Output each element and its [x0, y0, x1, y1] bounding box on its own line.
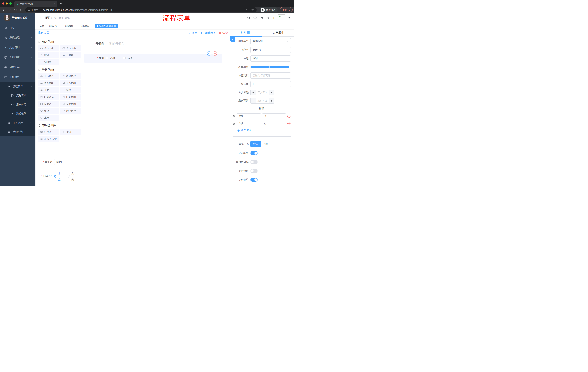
sidebar-item-home[interactable]: 首页 — [0, 23, 35, 33]
label-width-input[interactable] — [250, 73, 291, 79]
copy-component-button[interactable] — [207, 51, 211, 55]
tag-item[interactable]: 流程定义 — [47, 24, 62, 28]
bookmark-star-icon[interactable] — [251, 9, 254, 11]
gender-option-2-checkbox[interactable]: 选项二 — [123, 56, 135, 60]
sidebar-item-process-form[interactable]: 流程表单 — [0, 91, 35, 100]
status-off-radio[interactable]: 关闭 — [68, 170, 76, 182]
palette-item[interactable]: 级联选择 — [60, 73, 81, 79]
browser-menu-dots-icon[interactable] — [288, 9, 291, 11]
form-name-input[interactable] — [54, 159, 80, 165]
palette-item[interactable]: 下拉选择 — [38, 73, 59, 79]
view-json-button[interactable]: 查看json — [201, 31, 215, 35]
palette-item[interactable]: 单选框组 — [38, 80, 59, 86]
save-button[interactable]: 保存 — [188, 31, 197, 35]
form-grid-slider[interactable] — [250, 64, 291, 70]
home-button[interactable] — [19, 8, 24, 12]
palette-item[interactable]: 评分 — [38, 108, 59, 114]
stepper-decrease-button[interactable] — [251, 98, 256, 103]
palette-item[interactable]: 颜色选择 — [60, 108, 81, 114]
palette-item[interactable]: 时间选择 — [38, 94, 59, 100]
window-controls[interactable] — [0, 2, 14, 5]
sidebar-item-devtools[interactable]: 研发工具 — [0, 62, 35, 72]
tag-close-icon[interactable] — [114, 25, 116, 27]
update-browser-button[interactable]: 更新 — [280, 7, 293, 12]
panel-link-toggle[interactable] — [230, 37, 235, 42]
zoom-window-button[interactable] — [10, 2, 12, 5]
fullscreen-icon[interactable] — [266, 16, 269, 20]
sidebar-item-payment[interactable]: ¥支付管理 — [0, 43, 35, 53]
tag-item[interactable]: 首页 — [38, 24, 46, 28]
forward-button[interactable] — [7, 8, 12, 12]
tag-close-icon[interactable] — [58, 25, 60, 27]
option-value-input[interactable] — [262, 113, 286, 119]
field-name-input[interactable] — [250, 47, 291, 53]
sidebar-item-task-mgmt[interactable]: 任务管理 — [0, 118, 35, 128]
user-avatar-broken-image[interactable] — [278, 14, 285, 21]
font-size-icon[interactable]: tT — [272, 16, 275, 20]
option-label-input[interactable] — [237, 113, 261, 119]
github-icon[interactable] — [253, 16, 257, 20]
palette-item[interactable]: 时间范围 — [60, 94, 81, 100]
sidebar-item-leave-query[interactable]: 请假查询 — [0, 128, 35, 137]
clear-button[interactable]: 清空 — [219, 31, 228, 35]
stepper-decrease-button[interactable] — [251, 90, 256, 95]
palette-item[interactable]: 编辑器 — [38, 59, 59, 65]
tab-close-icon[interactable] — [53, 3, 56, 5]
style-button-button[interactable]: 按钮 — [261, 141, 271, 147]
required-switch[interactable] — [250, 178, 258, 182]
remove-option-button[interactable] — [287, 115, 291, 118]
palette-item[interactable]: 表格[开发中] — [38, 136, 59, 142]
status-on-radio[interactable]: 开启 — [54, 170, 62, 182]
canvas-field-phone[interactable]: *手机号 请输入手机号 — [84, 40, 228, 47]
tab-component-props[interactable]: 组件属性 — [230, 29, 262, 36]
sidebar-item-process-mgmt[interactable]: 流程管理 — [0, 82, 35, 91]
stepper-increase-button[interactable] — [269, 90, 274, 95]
remove-option-button[interactable] — [287, 122, 291, 125]
tab-form-props[interactable]: 表单属性 — [262, 29, 294, 36]
sidebar-item-system[interactable]: 系统管理 — [0, 33, 35, 43]
sidebar-collapse-icon[interactable] — [38, 16, 42, 20]
address-bar[interactable]: 不安全 dashboard.yudao.iocoder.cn/bpm/manag… — [25, 7, 257, 12]
palette-item[interactable]: 123计数器 — [60, 52, 81, 58]
palette-item[interactable]: 日期范围 — [60, 101, 81, 107]
slider-handle[interactable] — [288, 66, 291, 68]
browser-tab[interactable]: 芋道管理系统 — [14, 1, 57, 7]
phone-field-input[interactable]: 请输入手机号 — [106, 40, 220, 47]
palette-item[interactable]: 上传 — [38, 115, 59, 121]
stepper-increase-button[interactable] — [269, 98, 274, 103]
back-button[interactable] — [1, 8, 6, 12]
drag-handle-icon[interactable] — [232, 115, 236, 118]
palette-item[interactable]: 行容器 — [38, 129, 59, 135]
min-select-stepper[interactable]: 至少应选 — [250, 90, 274, 95]
sidebar-item-process-model[interactable]: 流程模型 — [0, 109, 35, 118]
minimize-window-button[interactable] — [6, 2, 8, 5]
breadcrumb-home[interactable]: 首页 — [45, 16, 50, 20]
security-status[interactable]: 不安全 — [28, 8, 38, 11]
palette-item[interactable]: 单行文本 — [38, 45, 59, 51]
title-input[interactable] — [250, 55, 291, 62]
reload-button[interactable] — [13, 8, 18, 12]
disabled-switch[interactable] — [250, 169, 258, 173]
with-border-switch[interactable] — [250, 160, 258, 164]
component-type-select[interactable]: 多选框组 — [250, 38, 291, 44]
tag-item[interactable]: 流程模型 — [63, 24, 78, 28]
drag-handle-icon[interactable] — [232, 122, 236, 125]
palette-item[interactable]: 多选框组 — [60, 80, 81, 86]
gender-option-1-checkbox[interactable]: 选项一 — [106, 56, 117, 60]
new-tab-button[interactable] — [60, 2, 62, 5]
add-option-button[interactable]: 添加选项 — [237, 129, 291, 132]
sidebar-item-user-group[interactable]: 用户分组 — [0, 100, 35, 109]
default-value-input[interactable] — [250, 81, 291, 87]
option-label-input[interactable] — [237, 121, 261, 127]
tag-item[interactable]: 流程表单-编辑 — [95, 24, 117, 28]
canvas-field-gender-selected[interactable]: *性别 选项一 选项二 — [84, 53, 222, 63]
palette-item[interactable]: 密码 — [38, 52, 59, 58]
tag-close-icon[interactable] — [90, 25, 92, 27]
sidebar-item-infra[interactable]: 基础设施 — [0, 53, 35, 62]
avatar-caret-down-icon[interactable] — [288, 16, 291, 20]
show-label-switch[interactable] — [250, 151, 258, 155]
option-value-input[interactable] — [262, 121, 286, 127]
palette-item[interactable]: 按钮 — [60, 129, 81, 135]
palette-item[interactable]: 日期选择 — [38, 101, 59, 107]
tag-close-icon[interactable] — [74, 25, 76, 27]
